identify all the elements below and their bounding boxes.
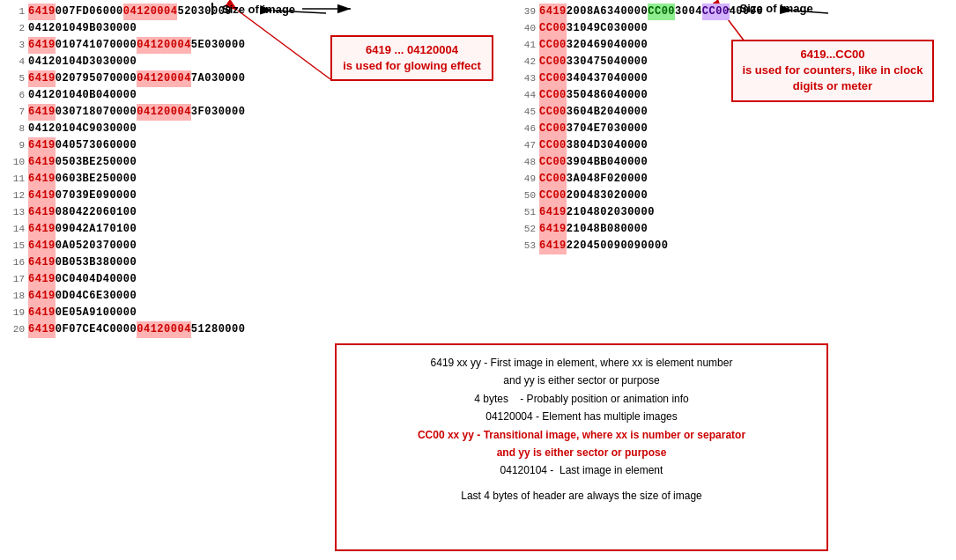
size-label-right-text: ← Size of image	[725, 2, 813, 15]
table-row: 17 64190C0404D40000	[5, 271, 506, 288]
table-row: 40 CC0031049C030000	[516, 20, 951, 37]
table-row: 9 6419040573060000	[5, 137, 506, 154]
table-row: 50 CC00200483020000	[516, 188, 951, 204]
table-row: 48 CC003904BB040000	[516, 154, 951, 171]
table-row: 49 CC003A048F020000	[516, 171, 951, 188]
counter-desc: is used for counters, like in clock digi…	[742, 63, 923, 94]
size-label-left-text: Size of image	[222, 3, 295, 16]
glow-annotation: 6419 ... 04120004 is used for glowing ef…	[330, 35, 493, 81]
counter-title: 6419...CC00	[742, 47, 923, 63]
table-row: 19 64190E05A9100000	[5, 305, 506, 321]
table-row: 10 64190503BE250000	[5, 154, 506, 171]
table-row: 12 641907039E090000	[5, 188, 506, 204]
table-row: 11 64190603BE250000	[5, 171, 506, 188]
table-row: 7 6419030718070000041200043F030000	[5, 104, 506, 121]
table-row: 15 64190A0520370000	[5, 238, 506, 254]
table-row: 52 641921048B080000	[516, 221, 951, 238]
left-panel: 1 6419007FD060000412000452030000 2 04120…	[0, 0, 511, 560]
table-row: 45 CC003604B2040000	[516, 104, 951, 121]
right-panel: 39 64192008A6340000CC003004CC0040000 40 …	[511, 0, 956, 560]
table-row: 8 04120104C9030000	[5, 121, 506, 137]
size-label-left: Size of image	[211, 2, 355, 16]
main-container: 1 6419007FD060000412000452030000 2 04120…	[0, 0, 956, 560]
table-row: 16 64190B053B380000	[5, 254, 506, 271]
glow-desc: is used for glowing effect	[341, 58, 483, 74]
counter-annotation: 6419...CC00 is used for counters, like i…	[731, 40, 934, 102]
table-row: 53 6419220450090090000	[516, 238, 951, 254]
glow-title: 6419 ... 04120004	[341, 42, 483, 58]
size-arrow-left	[302, 2, 355, 16]
size-label-right: ← Size of image	[718, 2, 820, 15]
table-row: 46 CC003704E7030000	[516, 121, 951, 137]
table-row: 13 6419080422060100	[5, 204, 506, 221]
table-row: 14 641909042A170100	[5, 221, 506, 238]
table-row: 20 64190F07CE4C00000412000451280000	[5, 321, 506, 338]
table-row: 51 64192104802030000	[516, 204, 951, 221]
table-row: 47 CC003804D3040000	[516, 137, 951, 154]
table-row: 6 041201040B040000	[5, 87, 506, 104]
table-row: 18 64190D04C6E30000	[5, 288, 506, 305]
